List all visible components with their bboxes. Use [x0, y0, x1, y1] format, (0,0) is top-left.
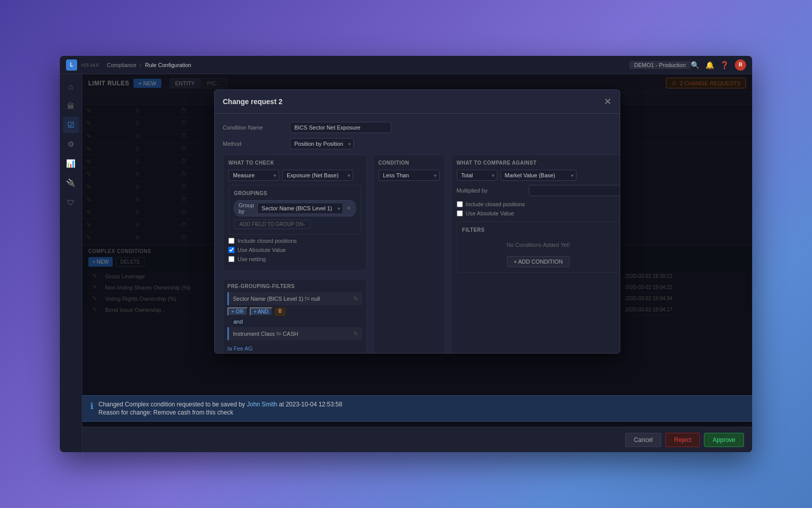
breadcrumb-separator: / [140, 62, 142, 68]
filter-text-1: Sector Name (BICS Level 1) != null [233, 296, 349, 302]
grouping-tag: Group by Sector Name (BICS Level 1) ✕ [234, 200, 356, 216]
breadcrumb-current: Rule Configuration [145, 62, 191, 68]
user-avatar[interactable]: R [735, 59, 746, 71]
groupings-title: GROUPINGS [234, 190, 356, 196]
sidebar-item-shield[interactable]: 🛡 [63, 194, 79, 210]
modal-header: Change request 2 ✕ [215, 90, 620, 114]
top-bar: L v23.14.0 Compliance / Rule Configurati… [60, 56, 752, 74]
modal: Change request 2 ✕ Condition Name Method [214, 89, 620, 354]
notification-reason-prefix: Reason for change: [98, 409, 153, 416]
top-icons: 🔍 🔔 ❓ R [691, 59, 746, 71]
sidebar-item-puzzle[interactable]: 🔌 [63, 175, 79, 191]
what-to-check-col: WHAT TO CHECK Measure [223, 154, 367, 353]
measure-select[interactable]: Measure [228, 170, 279, 181]
modal-body: Condition Name Method Position by Positi… [215, 114, 620, 353]
use-absolute-label: Use Absolute Value [238, 247, 286, 253]
notification-prefix: Changed Complex condition requested to b… [98, 401, 247, 408]
three-col-layout: WHAT TO CHECK Measure [223, 154, 612, 353]
notification-icon: ℹ [90, 401, 93, 411]
compare-against-col: WHAT TO COMPARE AGAINST Total [451, 154, 620, 353]
approve-button[interactable]: Approve [704, 433, 744, 447]
sidebar: ⌂ 🏛 ☑ ⚙ 📊 🔌 🛡 [60, 74, 82, 452]
filter-delete-button[interactable]: 🗑 [275, 307, 286, 316]
include-closed-checkbox[interactable] [228, 238, 234, 244]
modal-close-button[interactable]: ✕ [604, 96, 612, 107]
multiplied-by-label: Multiplied by [457, 187, 523, 194]
include-closed-label: Include closed positions [238, 238, 297, 244]
compare-use-absolute-checkbox[interactable] [457, 210, 463, 216]
no-conditions-label: No Conditions Added Yet! [462, 237, 615, 253]
filter-and-button[interactable]: + AND [250, 307, 273, 316]
remove-grouping-button[interactable]: ✕ [346, 205, 351, 212]
exposure-select[interactable]: Exposure (Net Base) [282, 170, 353, 181]
filter-or-button[interactable]: + OR [227, 307, 248, 316]
pre-grouping-title: PRE-GROUPING-FILTERS [227, 283, 362, 289]
breadcrumb-root[interactable]: Compliance [107, 62, 137, 68]
condition-name-input[interactable] [290, 122, 391, 133]
compare-against-title: WHAT TO COMPARE AGAINST [457, 160, 620, 166]
condition-name-row: Condition Name [223, 122, 612, 133]
filters-title: FILTERS [462, 227, 615, 233]
filter-item-1: Sector Name (BICS Level 1) != null ✎ [227, 292, 362, 305]
content-area: LIMIT RULES + NEW ENTITY PIC... ⚠ 2 CHAN… [82, 74, 752, 452]
condition-select[interactable]: Less Than [379, 170, 439, 181]
notification-reason: Remove cash from this check [153, 409, 233, 416]
connector-and: and [233, 319, 243, 325]
notification-line2: Reason for change: Remove cash from this… [98, 409, 744, 416]
use-netting-label: Use netting [238, 256, 266, 262]
what-to-check-section: WHAT TO CHECK Measure [223, 154, 367, 271]
condition-title: CONDITION [379, 160, 439, 166]
sidebar-item-home[interactable]: ⌂ [63, 78, 79, 94]
notification-suffix: at 2023-10-04 12:53:58 [279, 401, 343, 408]
market-value-select[interactable]: Market Value (Base) [500, 170, 577, 181]
filter-edit-icon-2[interactable]: ✎ [353, 330, 358, 337]
method-row: Method Position by Position [223, 138, 612, 149]
compare-include-closed-checkbox[interactable] [457, 201, 463, 207]
notification-text: Changed Complex condition requested to b… [98, 401, 744, 416]
compare-include-closed-row: Include closed positions [457, 201, 620, 207]
sidebar-item-institution[interactable]: 🏛 [63, 98, 79, 114]
use-netting-row: Use netting [228, 256, 361, 262]
sidebar-item-reports[interactable]: 📊 [63, 155, 79, 172]
search-icon[interactable]: 🔍 [691, 61, 699, 69]
notification-user: John Smith [247, 401, 277, 408]
group-by-select[interactable]: Sector Name (BICS Level 1) [257, 203, 343, 214]
condition-name-label: Condition Name [223, 124, 284, 131]
action-bar: Cancel Reject Approve [82, 427, 752, 452]
environment-badge: DEMO1 - Production [629, 61, 691, 69]
modal-overlay: Change request 2 ✕ Condition Name Method [82, 74, 752, 452]
total-select[interactable]: Total [457, 170, 497, 181]
use-absolute-checkbox[interactable] [228, 247, 234, 253]
version-tag: v23.14.0 [81, 62, 99, 68]
sidebar-item-compliance[interactable]: ☑ [63, 117, 79, 133]
multiplied-by-row: Multiplied by [457, 185, 620, 196]
notification-line1: Changed Complex condition requested to b… [98, 401, 744, 408]
condition-col: CONDITION Less Than [373, 154, 445, 353]
cancel-button[interactable]: Cancel [625, 433, 661, 447]
filter-item-2: Instrument Class != CASH ✎ [227, 327, 362, 340]
filter-edit-icon-1[interactable]: ✎ [353, 295, 358, 302]
use-absolute-row: Use Absolute Value [228, 247, 361, 253]
what-to-check-title: WHAT TO CHECK [228, 160, 361, 166]
use-netting-checkbox[interactable] [228, 256, 234, 262]
add-condition-button[interactable]: + ADD CONDITION [507, 256, 569, 267]
ia-fee-text: Ia Fee AG [227, 342, 362, 353]
sidebar-item-cogwheel[interactable]: ⚙ [63, 136, 79, 152]
modal-title: Change request 2 [223, 98, 282, 106]
multiplied-by-input[interactable] [529, 185, 620, 196]
filters-section: FILTERS No Conditions Added Yet! + ADD C… [457, 221, 620, 273]
help-icon[interactable]: ❓ [720, 61, 729, 69]
reject-button[interactable]: Reject [665, 433, 700, 447]
compare-include-closed-label: Include closed positions [466, 201, 525, 207]
bell-icon[interactable]: 🔔 [705, 61, 714, 69]
breadcrumb: Compliance / Rule Configuration [107, 62, 629, 68]
add-field-button[interactable]: ADD FIELD TO GROUP ON- [234, 219, 311, 229]
pre-grouping-section: PRE-GROUPING-FILTERS Sector Name (BICS L… [223, 279, 367, 353]
app-logo: L [66, 59, 77, 71]
notification-bar: ℹ Changed Complex condition requested to… [82, 395, 752, 422]
filter-text-2: Instrument Class != CASH [233, 331, 349, 337]
method-label: Method [223, 141, 284, 147]
compare-use-absolute-row: Use Absolute Value [457, 210, 620, 216]
include-closed-row: Include closed positions [228, 238, 361, 244]
method-select[interactable]: Position by Position [290, 138, 354, 149]
